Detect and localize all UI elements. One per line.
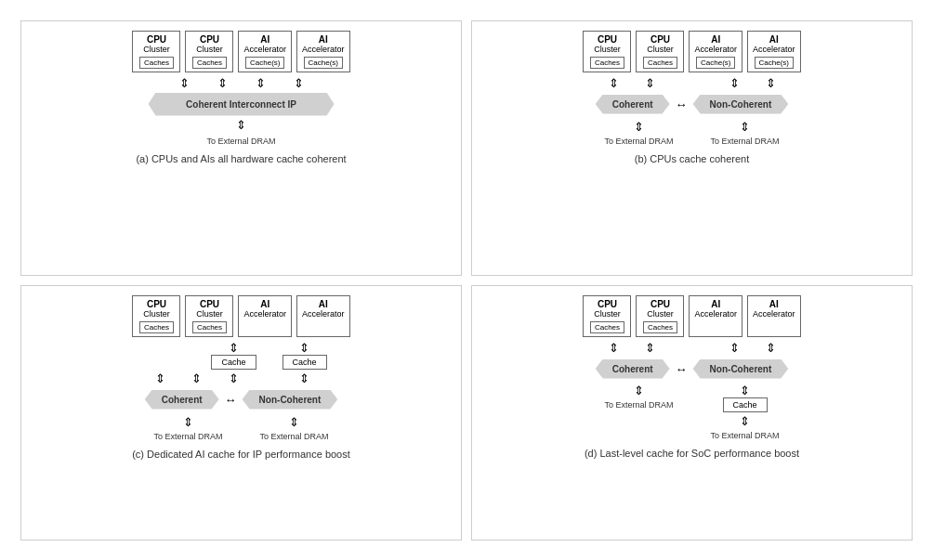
diagram-d: CPU Cluster Caches CPU Cluster Caches AI… [471, 285, 913, 540]
dram-row-b: ⇕ To External DRAM ⇕ To External DRAM [604, 120, 779, 148]
dram-row-c: ⇕ To External DRAM ⇕ To External DRAM [153, 415, 328, 443]
top-boxes-d: CPU Cluster Caches CPU Cluster Caches AI… [583, 295, 800, 337]
banner-row-d: Coherent ↔ Non-Coherent [596, 359, 789, 379]
coherent-banner-c: Coherent [145, 390, 219, 410]
unit-cpu2-b: CPU Cluster Caches [636, 31, 684, 72]
bottom-section-d: ⇕ To External DRAM ⇕ Cache ⇕ To External… [604, 384, 779, 442]
diagram-a: CPU Cluster Caches CPU Cluster Caches AI… [20, 20, 462, 276]
title-c: (c) Dedicated AI cache for IP performanc… [132, 449, 350, 460]
unit-cpu2-a: CPU Cluster Caches [185, 31, 233, 72]
arrow-down-a: ⇕ [236, 118, 246, 132]
unit-cpu1-c: CPU Cluster Caches [132, 295, 180, 337]
dram-label-d2: To External DRAM [711, 431, 780, 440]
top-boxes-c: CPU Cluster Caches CPU Cluster Caches AI… [132, 295, 349, 337]
unit-ai1-a: AI Accelerator Cache(s) [238, 31, 292, 72]
title-d: (d) Last-level cache for SoC performance… [585, 448, 799, 459]
diagram-c: CPU Cluster Caches CPU Cluster Caches AI… [20, 285, 462, 540]
noncoherent-banner-d: Non-Coherent [693, 359, 789, 379]
dram-label-c1: To External DRAM [153, 432, 222, 441]
unit-cpu2-d: CPU Cluster Caches [636, 295, 684, 337]
interconnect-banner-a: Coherent Interconnect IP [149, 93, 335, 116]
diagram-b: CPU Cluster Caches CPU Cluster Caches AI… [471, 20, 913, 276]
unit-cpu1-a: CPU Cluster Caches [132, 31, 180, 72]
unit-ai2-a: AI Accelerator Cache(s) [296, 31, 350, 72]
noncoherent-banner-c: Non-Coherent [243, 390, 338, 410]
unit-cpu1-b: CPU Cluster Caches [583, 31, 631, 72]
banner-row-b: Coherent ↔ Non-Coherent [596, 95, 789, 114]
arrows-a: ⇕ ⇕ ⇕ ⇕ [179, 76, 304, 90]
unit-cpu2-c: CPU Cluster Caches [185, 295, 233, 337]
arrows-d: ⇕ ⇕ ⇕ ⇕ [609, 341, 776, 355]
mid-section-c: ⇕ ⇕ ⇕ Cache ⇕ ⇕ Cache ⇕ [155, 341, 326, 385]
unit-ai1-c: AI Accelerator [238, 295, 292, 337]
dram-label-d1: To External DRAM [604, 400, 673, 410]
dram-label-b2: To External DRAM [711, 137, 780, 146]
unit-ai2-b: AI Accelerator Cache(s) [747, 31, 801, 72]
banner-row-c: Coherent ↔ Non-Coherent [145, 390, 338, 410]
unit-ai2-c: AI Accelerator [296, 295, 350, 337]
horiz-arrow-d: ↔ [676, 362, 688, 376]
title-a: (a) CPUs and AIs all hardware cache cohe… [136, 153, 346, 164]
mid-cache-c: Cache [211, 355, 256, 370]
title-b: (b) CPUs cache coherent [635, 153, 750, 164]
coherent-banner-d: Coherent [596, 359, 670, 379]
coherent-banner-b: Coherent [596, 95, 670, 114]
dram-label-a: To External DRAM [206, 137, 275, 146]
unit-ai2-d: AI Accelerator [747, 295, 801, 337]
top-boxes-a: CPU Cluster Caches CPU Cluster Caches AI… [132, 31, 349, 72]
bottom-cache-d: Cache [723, 397, 768, 412]
dram-label-c2: To External DRAM [260, 432, 329, 441]
unit-ai1-b: AI Accelerator Cache(s) [689, 31, 742, 72]
top-boxes-b: CPU Cluster Caches CPU Cluster Caches AI… [583, 31, 800, 72]
dram-label-b1: To External DRAM [604, 137, 673, 146]
horiz-arrow-b: ↔ [676, 98, 688, 111]
main-container: CPU Cluster Caches CPU Cluster Caches AI… [11, 11, 922, 550]
arrows-b: ⇕ ⇕ ⇕ ⇕ [609, 76, 776, 90]
unit-cpu1-d: CPU Cluster Caches [583, 295, 631, 337]
noncoherent-banner-b: Non-Coherent [693, 95, 789, 114]
horiz-arrow-c: ↔ [225, 393, 237, 407]
unit-ai1-d: AI Accelerator [689, 295, 742, 337]
